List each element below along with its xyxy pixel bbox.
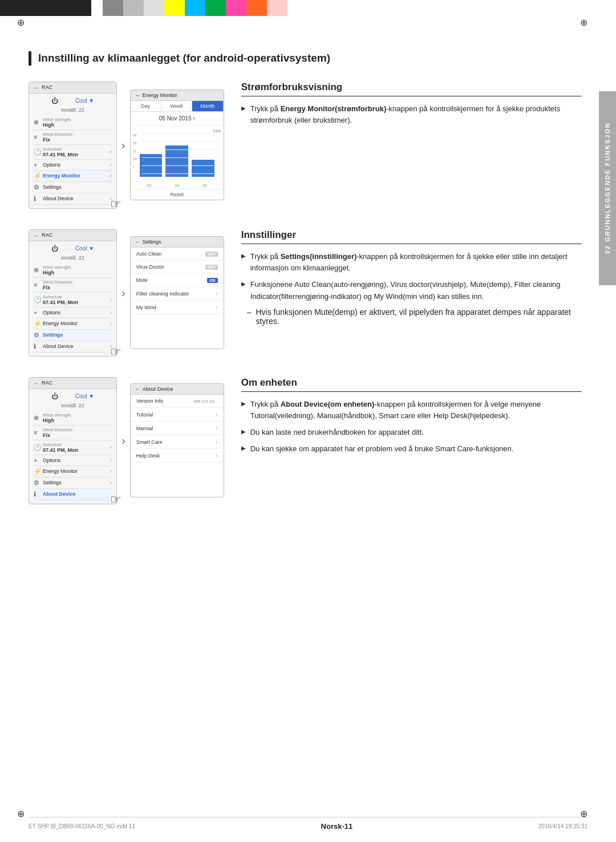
phone-header-2: ← RAC — [29, 230, 116, 241]
version-info-item: Version Info AR.0.0.10 — [131, 395, 224, 408]
help-desk-item[interactable]: Help Desk › — [131, 449, 224, 463]
x-05: 05 — [202, 184, 207, 188]
about-bullet-text-1: Trykk på About Device(om enheten)-knappe… — [250, 399, 582, 423]
reset-button[interactable]: Reset — [131, 189, 224, 200]
grid-line-4 — [142, 157, 221, 158]
reg-mark-tl: ⊕ — [17, 17, 25, 28]
rac-label-1: RAC — [42, 84, 52, 90]
options-row-2: + Options › — [34, 307, 112, 318]
energy-row-3: ⚡ Energy Monitor › — [34, 466, 112, 477]
opts-icon-3: + — [34, 457, 43, 464]
back-arrow-3: ← — [34, 380, 39, 386]
schedule-value-1: 07.41 PM, Mon — [43, 152, 78, 157]
schedule-label-1: Schedule — [43, 147, 78, 152]
phone-body-2: ⏻ Cool ▼ Innstill. 22 ⊕ Wind strength Hi… — [29, 241, 116, 356]
panel-arrow-3: › — [121, 434, 125, 447]
opts-label-3: Options — [43, 458, 60, 463]
energy-icon-1: ⚡ — [34, 172, 43, 180]
settings-detail-screen: ← Settings Auto Clean OFF Virus Doctor O… — [130, 236, 224, 349]
chart-y-values: 35 28 21 14 7 — [133, 133, 137, 169]
about-row-1: ℹ About Device › — [34, 193, 112, 205]
temp-1: Innstill. 22 — [34, 107, 112, 113]
auto-clean-toggle[interactable]: OFF — [205, 252, 218, 257]
top-color-bar — [0, 0, 616, 16]
my-wind-item: My Wind › — [131, 301, 224, 314]
sched-arrow-3: › — [110, 444, 112, 450]
settings-label-2: Settings — [43, 332, 63, 338]
wind-direction-row-1: ≡ Wind Direction Fix — [34, 130, 112, 145]
options-row-1: + Options › — [34, 160, 112, 171]
smart-care-arrow: › — [216, 439, 217, 445]
manual-item[interactable]: Manual › — [131, 422, 224, 435]
opts-label-2: Options — [43, 310, 60, 315]
smart-care-item[interactable]: Smart Care › — [131, 435, 224, 449]
settings-section-title: Innstillinger — [241, 229, 582, 244]
swatch-green — [205, 0, 226, 16]
mute-item: Mute ON — [131, 274, 224, 287]
swatch-verylightgray — [144, 0, 164, 16]
settings-row: ← RAC ⏻ Cool ▼ Innstill. 22 ⊕ Wind stren… — [29, 229, 582, 357]
footer: ET SHP IB_DB68-06156A-00_NO.indd 11 Nors… — [29, 817, 587, 831]
smart-care-label: Smart Care — [136, 439, 216, 445]
wind-dir-row-3: ≡ Wind Direction Fix — [34, 426, 112, 440]
power-row-3: ⏻ Cool ▼ — [34, 392, 112, 400]
tab-day[interactable]: Day — [131, 101, 161, 111]
wind-label-3: Wind strength — [43, 412, 71, 418]
x-03: 03 — [147, 184, 151, 188]
schedule-row-2: 🕐 Schedule 07.41 PM, Mon › — [34, 293, 112, 307]
auto-clean-label: Auto Clean — [136, 251, 205, 257]
energy-label-2: Energy Monitor — [43, 321, 78, 326]
monitor-back: ← — [135, 92, 140, 98]
options-arrow-1: › — [110, 162, 112, 168]
about-label-1: About Device — [43, 196, 74, 201]
virus-doctor-toggle[interactable]: OFF — [205, 265, 218, 270]
settings-phones: ← RAC ⏻ Cool ▼ Innstill. 22 ⊕ Wind stren… — [29, 229, 224, 357]
my-wind-label: My Wind — [136, 305, 216, 310]
top-bar-black — [0, 0, 91, 16]
mute-toggle[interactable]: ON — [207, 278, 218, 283]
footer-right: 2016/4/14 19:25:31 — [538, 823, 587, 829]
reg-mark-tr: ⊕ — [580, 17, 587, 28]
energy-bullet-1: ▶ Trykk på Energy Monitor(strømforbruk)-… — [241, 103, 582, 127]
about-bullet-text-2: Du kan laste ned brukerhåndboken for app… — [250, 427, 424, 439]
swatch-magenta — [226, 0, 246, 16]
manual-arrow: › — [216, 425, 217, 431]
swatch-yellow — [164, 0, 185, 16]
tab-week[interactable]: Week — [161, 101, 192, 111]
tab-month[interactable]: Month — [192, 101, 223, 111]
chart-x-labels: 03 04 05 — [131, 183, 224, 189]
about-bullet-3: ▶ Du kan sjekke om apparatet har et prob… — [241, 443, 582, 455]
rac-screen-1: ← RAC ⏻ Cool ▼ Innstill. 22 ⊕ Wind stren… — [29, 82, 117, 209]
dir-label-2: Wind Direction — [43, 280, 72, 285]
monitor-tabs: Day Week Month — [131, 101, 224, 112]
settings-row-1: ⚙ Settings — [34, 182, 112, 193]
tutorial-item[interactable]: Tutorial › — [131, 408, 224, 422]
opts-arrow-2: › — [110, 310, 112, 315]
about-phones: ← RAC ⏻ Cool ▼ Innstill. 22 ⊕ Wind stren… — [29, 377, 224, 504]
energy-row-2: ⚡ Energy Monitor › — [34, 318, 112, 330]
grid-line-6 — [142, 173, 221, 174]
rac-label-2: RAC — [42, 232, 52, 238]
rac-screen-2: ← RAC ⏻ Cool ▼ Innstill. 22 ⊕ Wind stren… — [29, 229, 117, 357]
main-content: Innstilling av klimaanlegget (for androi… — [0, 0, 616, 559]
cool-label-3: Cool ▼ — [75, 393, 94, 399]
phone-header-3: ← RAC — [29, 378, 116, 389]
cool-label-1: Cool ▼ — [75, 98, 94, 104]
wind-strength-row-1: ⊕ Wind strength High — [34, 115, 112, 130]
wind-strength-value-1: High — [43, 122, 71, 128]
back-arrow-1: ← — [34, 84, 39, 91]
energy-arrow-2: › — [110, 321, 112, 326]
energy-icon-3: ⚡ — [34, 468, 43, 475]
manual-label: Manual — [136, 426, 216, 431]
rac-screen-3: ← RAC ⏻ Cool ▼ Innstill. 22 ⊕ Wind stren… — [29, 377, 117, 504]
settings-sub-text-1: Hvis funksjonen Mute(demp) er aktivert, … — [256, 307, 582, 326]
dir-label-3: Wind Direction — [43, 427, 72, 432]
settings-arrow-3: › — [110, 480, 112, 485]
energy-bullet-text-1: Trykk på Energy Monitor(strømforbruk)-kn… — [250, 103, 582, 127]
settings-bullet-text-2: Funksjonene Auto Clean(auto-rengjøring),… — [250, 279, 582, 303]
bullet-icon-e1: ▶ — [241, 105, 246, 111]
energy-monitor-phones: ← RAC ⏻ Cool ▼ Innstill. 22 ⊕ Wind stren… — [29, 82, 224, 209]
about-bullet-1: ▶ Trykk på About Device(om enheten)-knap… — [241, 399, 582, 423]
settings-label-1: Settings — [43, 184, 62, 190]
sched-arrow-2: › — [110, 297, 112, 302]
